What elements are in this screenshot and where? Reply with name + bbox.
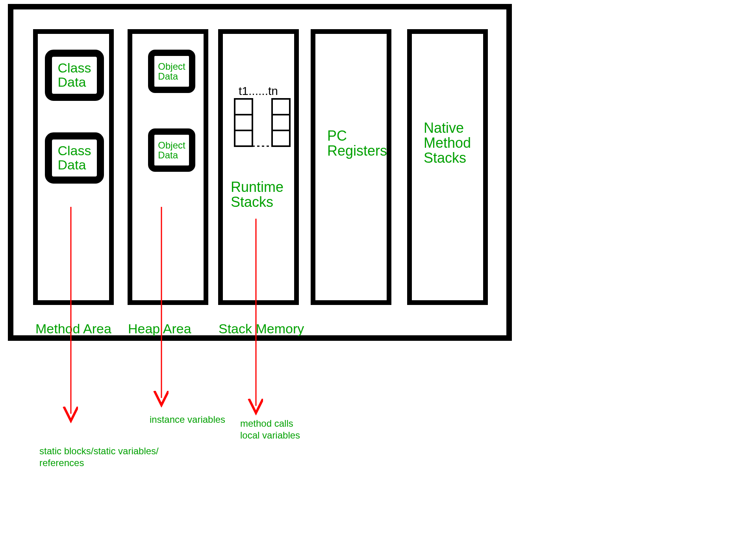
footnote-method-area: static blocks/static variables/ referenc… (39, 445, 159, 469)
footnote-stack-memory: method calls local variables (240, 418, 300, 441)
diagram-canvas: Class Data Class Data Object Data Object… (0, 0, 756, 539)
footnote-heap-area: instance variables (150, 414, 225, 426)
